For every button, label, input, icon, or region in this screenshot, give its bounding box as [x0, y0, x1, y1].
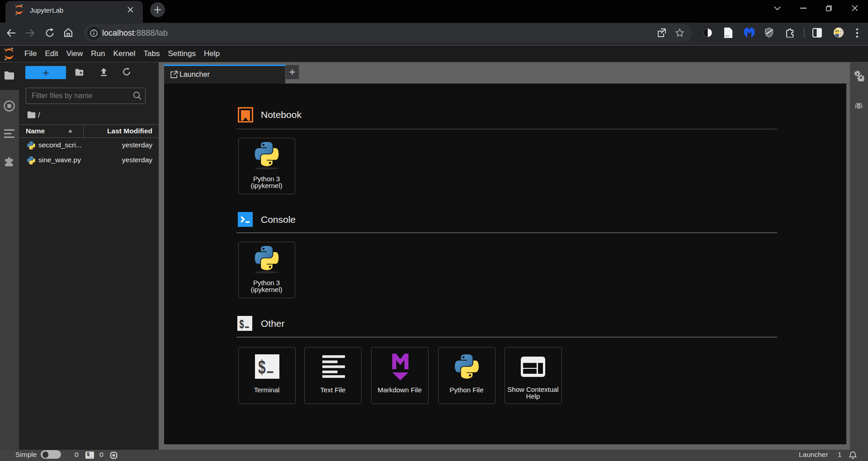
svg-text:$: $ [258, 357, 266, 378]
svg-text:$: $ [240, 318, 244, 330]
